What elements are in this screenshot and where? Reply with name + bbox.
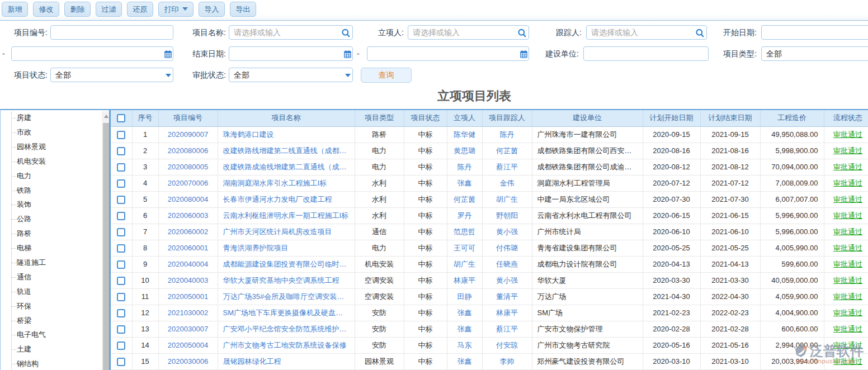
- svg-text:泛普软件: 泛普软件: [809, 343, 864, 358]
- svg-text:www.fanpusoft.com: www.fanpusoft.com: [795, 358, 856, 364]
